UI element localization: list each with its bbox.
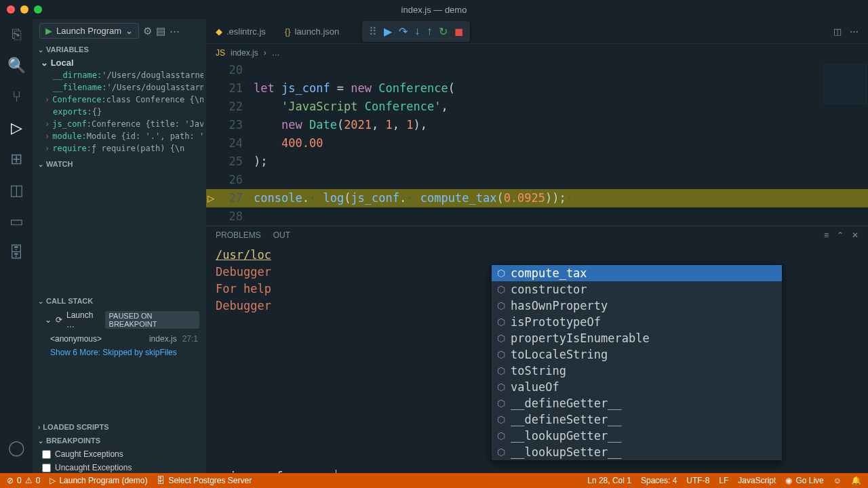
problems-tab[interactable]: PROBLEMS [216, 230, 261, 240]
var-module[interactable]: ›module: Module {id: '.', path: '… [35, 130, 203, 142]
pause-status-badge: PAUSED ON BREAKPOINT [105, 311, 199, 329]
callstack-frame[interactable]: <anonymous> index.js 27:1 [33, 332, 206, 346]
status-encoding[interactable]: UTF-8 [686, 476, 709, 485]
stop-icon[interactable]: ◼ [454, 25, 463, 38]
autocomplete-item[interactable]: ⬡hasOwnProperty [492, 298, 782, 314]
uncaught-checkbox[interactable] [42, 464, 51, 472]
var-dirname[interactable]: __dirname: '/Users/douglasstarne… [35, 69, 203, 81]
caught-checkbox[interactable] [42, 450, 51, 459]
window-title: index.js — demo [401, 5, 467, 15]
breakpoints-section[interactable]: ⌄BREAKPOINTS [33, 434, 206, 447]
account-icon[interactable]: ◯ [7, 439, 25, 457]
bp-caught-exceptions[interactable]: Caught Exceptions [33, 447, 206, 461]
close-window[interactable] [7, 5, 15, 14]
status-feedback-icon[interactable]: ☺ [833, 476, 842, 485]
autocomplete-item[interactable]: ⬡__lookupGetter__ [492, 428, 782, 444]
loaded-scripts-section[interactable]: ›LOADED SCRIPTS [33, 420, 206, 434]
start-debugging-button[interactable]: ▶ Launch Program ⌄ [39, 23, 139, 39]
callstack-thread[interactable]: ⌄ ⟳ Launch … PAUSED ON BREAKPOINT [33, 308, 206, 332]
warning-icon: ⚠ [25, 476, 33, 485]
database-icon: 🗄 [157, 476, 165, 485]
continue-icon[interactable]: ▶ [384, 25, 392, 38]
status-launch[interactable]: ▷Launch Program (demo) [50, 476, 147, 485]
status-bar: ⊘0⚠0 ▷Launch Program (demo) 🗄Select Post… [0, 473, 868, 488]
search-icon[interactable]: 🔍 [7, 57, 25, 75]
autocomplete-item[interactable]: ⬡constructor [492, 281, 782, 298]
filter-icon[interactable]: ≡ [824, 230, 829, 240]
step-into-icon[interactable]: ↓ [414, 25, 420, 37]
var-conference[interactable]: ›Conference: class Conference {\n… [35, 94, 203, 106]
docker-icon[interactable]: ◫ [7, 182, 25, 199]
debug-sidebar: ▶ Launch Program ⌄ ⚙ ▤ ⋯ ⌄VARIABLES ⌄ Lo… [33, 19, 206, 488]
method-icon: ⬡ [497, 382, 505, 392]
extensions-icon[interactable]: ⊞ [7, 150, 25, 168]
restart-icon[interactable]: ↻ [439, 25, 448, 38]
close-panel-icon[interactable]: ✕ [852, 230, 859, 240]
debug-floating-toolbar[interactable]: ⠿ ▶ ↷ ↓ ↑ ↻ ◼ [362, 21, 470, 42]
source-control-icon[interactable]: ⑂ [7, 88, 25, 106]
status-eol[interactable]: LF [719, 476, 728, 485]
status-bell-icon[interactable]: 🔔 [851, 476, 861, 485]
autocomplete-popup[interactable]: ⬡compute_tax⬡constructor⬡hasOwnProperty⬡… [491, 264, 783, 461]
method-icon: ⬡ [497, 349, 505, 360]
autocomplete-item[interactable]: ⬡__defineGetter__ [492, 395, 782, 411]
method-icon: ⬡ [497, 414, 505, 425]
autocomplete-item[interactable]: ⬡valueOf [492, 379, 782, 395]
console-icon[interactable]: ▤ [156, 25, 165, 37]
drag-handle-icon[interactable]: ⠿ [369, 25, 377, 38]
var-require[interactable]: ›require: ƒ require(path) {\n [35, 142, 203, 155]
tab-eslintrc[interactable]: ◆.eslintrc.js [206, 19, 275, 43]
run-debug-icon[interactable]: ▷ [7, 119, 25, 137]
code-editor[interactable]: 2021let js_conf = new Conference(22 'Jav… [206, 61, 868, 226]
var-exports[interactable]: exports: {} [35, 106, 203, 118]
autocomplete-item[interactable]: ⬡propertyIsEnumerable [492, 330, 782, 346]
more-icon[interactable]: ⋯ [170, 25, 180, 37]
callstack-section[interactable]: ⌄CALL STACK [33, 294, 206, 308]
debug-config-row: ▶ Launch Program ⌄ ⚙ ▤ ⋯ [33, 19, 206, 43]
var-filename[interactable]: __filename: '/Users/douglasstarne… [35, 81, 203, 94]
explorer-icon[interactable]: ⎘ [7, 26, 25, 43]
step-over-icon[interactable]: ↷ [399, 25, 408, 38]
step-out-icon[interactable]: ↑ [427, 25, 432, 37]
status-cursor-pos[interactable]: Ln 28, Col 1 [587, 476, 631, 485]
chevron-down-icon: ⌄ [125, 26, 133, 36]
activity-bar: ⎘ 🔍 ⑂ ▷ ⊞ ◫ ▭ 🗄 ◯ ⚙ [0, 19, 33, 488]
editor-area: ◆.eslintrc.js {}launch.json ⠿ ▶ ↷ ↓ ↑ ↻ … [206, 19, 868, 488]
method-icon: ⬡ [497, 447, 505, 458]
split-editor-icon[interactable]: ◫ [833, 26, 842, 37]
status-indent[interactable]: Spaces: 4 [641, 476, 677, 485]
autocomplete-item[interactable]: ⬡__lookupSetter__ [492, 444, 782, 460]
watch-section[interactable]: ⌄WATCH [33, 157, 206, 171]
autocomplete-item[interactable]: ⬡isPrototypeOf [492, 314, 782, 330]
bp-uncaught-exceptions[interactable]: Uncaught Exceptions [33, 461, 206, 474]
database-icon[interactable]: 🗄 [7, 244, 25, 262]
breadcrumb[interactable]: JS index.js › … [206, 43, 868, 61]
var-jsconf[interactable]: ›js_conf: Conference {title: 'Jav… [35, 118, 203, 130]
output-tab-truncated[interactable]: OUT [273, 230, 290, 240]
local-scope[interactable]: ⌄ Local [33, 56, 206, 69]
zoom-window[interactable] [34, 5, 42, 14]
gear-icon[interactable]: ⚙ [143, 25, 152, 37]
minimize-window[interactable] [20, 5, 28, 14]
show-more-frames[interactable]: Show 6 More: Skipped by skipFiles [33, 346, 206, 359]
minimap[interactable] [823, 64, 867, 104]
js-file-icon: JS [216, 48, 225, 58]
collapse-panel-icon[interactable]: ⌃ [837, 230, 844, 240]
variables-tree: __dirname: '/Users/douglasstarne… __file… [33, 69, 206, 157]
status-postgres[interactable]: 🗄Select Postgres Server [157, 476, 252, 485]
autocomplete-item[interactable]: ⬡toLocaleString [492, 346, 782, 363]
method-icon: ⬡ [497, 365, 505, 376]
status-golive[interactable]: ◉Go Live [785, 476, 823, 485]
autocomplete-item[interactable]: ⬡__defineSetter__ [492, 411, 782, 428]
debug-icon: ▷ [50, 476, 56, 485]
tab-launch-json[interactable]: {}launch.json [275, 19, 349, 43]
spinner-icon: ⟳ [56, 315, 62, 325]
status-errors[interactable]: ⊘0⚠0 [7, 476, 40, 485]
misc-icon[interactable]: ▭ [7, 213, 25, 230]
error-icon: ⊘ [7, 476, 14, 485]
status-language[interactable]: JavaScript [738, 476, 776, 485]
variables-section[interactable]: ⌄VARIABLES [33, 43, 206, 56]
autocomplete-item[interactable]: ⬡compute_tax [492, 265, 782, 281]
autocomplete-item[interactable]: ⬡toString [492, 363, 782, 379]
more-actions-icon[interactable]: ⋯ [850, 26, 859, 37]
